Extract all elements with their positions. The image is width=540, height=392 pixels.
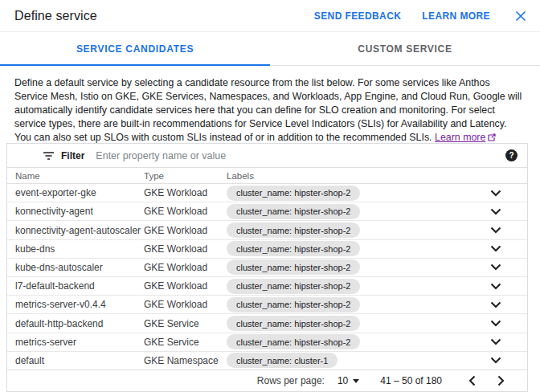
table-body: event-exporter-gke GKE Workload cluster_… — [7, 184, 527, 370]
cell-type: GKE Workload — [144, 299, 227, 310]
cell-name: konnectivity-agent-autoscaler — [15, 225, 144, 236]
external-link-icon — [488, 132, 496, 143]
label-chip: cluster_name: hipster-shop-2 — [227, 297, 360, 312]
cell-labels: cluster_name: hipster-shop-2 — [227, 316, 482, 331]
label-chip: cluster_name: hipster-shop-2 — [227, 223, 360, 238]
label-chip: cluster_name: hipster-shop-2 — [227, 241, 360, 256]
chevron-down-icon[interactable] — [482, 301, 527, 308]
cell-type: GKE Workload — [144, 206, 227, 217]
chevron-down-icon[interactable] — [482, 357, 527, 364]
cell-name: metrics-server-v0.4.4 — [15, 299, 144, 310]
page-title: Define service — [14, 9, 97, 23]
close-icon[interactable] — [514, 10, 527, 22]
filter-input[interactable] — [96, 150, 499, 161]
cell-labels: cluster_name: hipster-shop-2 — [227, 241, 482, 256]
cell-name: kube-dns-autoscaler — [15, 262, 144, 273]
table-row[interactable]: event-exporter-gke GKE Workload cluster_… — [7, 184, 527, 202]
table-row[interactable]: metrics-server-v0.4.4 GKE Workload clust… — [7, 295, 527, 313]
filter-bar: Filter ? — [7, 144, 527, 168]
cell-labels: cluster_name: hipster-shop-2 — [227, 259, 482, 275]
table-header-row: Name Type Labels — [7, 168, 527, 184]
table-row[interactable]: konnectivity-agent-autoscaler GKE Worklo… — [7, 220, 527, 239]
table-row[interactable]: l7-default-backend GKE Workload cluster_… — [7, 276, 527, 295]
chevron-down-icon[interactable] — [482, 283, 527, 290]
active-tab-underline — [0, 64, 270, 66]
label-chip: cluster_name: hipster-shop-2 — [227, 186, 360, 201]
cell-type: GKE Workload — [144, 187, 227, 198]
filter-label: Filter — [61, 150, 84, 161]
cell-name: event-exporter-gke — [15, 187, 144, 198]
cell-labels: cluster_name: hipster-shop-2 — [227, 186, 482, 201]
column-header-labels: Labels — [227, 171, 482, 181]
chevron-left-icon[interactable] — [463, 372, 481, 390]
table-row[interactable]: default GKE Namespace cluster_name: clus… — [7, 351, 527, 370]
dialog-header: Define service SEND FEEDBACK LEARN MORE — [0, 0, 540, 32]
caret-down-icon — [353, 379, 359, 383]
column-header-type: Type — [144, 171, 227, 181]
header-actions: SEND FEEDBACK LEARN MORE — [314, 10, 527, 22]
table-row[interactable]: default-http-backend GKE Service cluster… — [7, 313, 527, 332]
description-text: Define a default service by selecting a … — [0, 66, 540, 143]
filter-icon — [43, 151, 55, 161]
chevron-down-icon[interactable] — [482, 208, 527, 215]
rows-per-page-label: Rows per page: — [257, 375, 325, 386]
cell-labels: cluster_name: hipster-shop-2 — [227, 334, 482, 349]
cell-type: GKE Service — [144, 337, 227, 348]
define-service-dialog: Define service SEND FEEDBACK LEARN MORE … — [0, 0, 540, 392]
cell-labels: cluster_name: hipster-shop-2 — [227, 223, 482, 238]
label-chip: cluster_name: cluster-1 — [227, 353, 338, 368]
cell-labels: cluster_name: hipster-shop-2 — [227, 279, 482, 294]
chevron-down-icon[interactable] — [482, 263, 527, 271]
cell-type: GKE Service — [144, 318, 227, 329]
cell-name: default — [15, 355, 144, 366]
label-chip: cluster_name: hipster-shop-2 — [227, 316, 360, 331]
tab-bar: SERVICE CANDIDATES CUSTOM SERVICE — [0, 32, 540, 66]
chevron-down-icon[interactable] — [482, 245, 527, 252]
cell-labels: cluster_name: hipster-shop-2 — [227, 204, 482, 219]
chevron-down-icon[interactable] — [482, 190, 527, 197]
table-row[interactable]: metrics-server GKE Service cluster_name:… — [7, 333, 527, 351]
chevron-right-icon[interactable] — [492, 372, 509, 390]
page-range-label: 41 – 50 of 180 — [380, 375, 442, 386]
cell-type: GKE Workload — [144, 225, 227, 236]
cell-type: GKE Workload — [144, 262, 227, 273]
label-chip: cluster_name: hipster-shop-2 — [227, 259, 360, 275]
table-row[interactable]: kube-dns GKE Workload cluster_name: hips… — [7, 239, 527, 258]
cell-type: GKE Namespace — [144, 355, 227, 366]
cell-labels: cluster_name: cluster-1 — [227, 353, 482, 368]
table-row[interactable]: konnectivity-agent GKE Workload cluster_… — [7, 202, 527, 220]
chevron-down-icon[interactable] — [482, 338, 527, 345]
page-size-value: 10 — [338, 375, 348, 386]
tab-service-candidates[interactable]: SERVICE CANDIDATES — [0, 32, 270, 65]
send-feedback-button[interactable]: SEND FEEDBACK — [314, 10, 402, 22]
table-pagination: Rows per page: 10 41 – 50 of 180 — [7, 370, 527, 391]
learn-more-button[interactable]: LEARN MORE — [422, 10, 490, 22]
label-chip: cluster_name: hipster-shop-2 — [227, 204, 360, 219]
cell-type: GKE Workload — [144, 280, 227, 292]
page-size-dropdown[interactable]: 10 — [338, 375, 359, 386]
cell-name: l7-default-backend — [15, 280, 144, 292]
learn-more-link[interactable]: Learn more — [435, 132, 496, 143]
chevron-down-icon[interactable] — [482, 320, 527, 327]
cell-name: kube-dns — [15, 243, 144, 255]
cell-name: konnectivity-agent — [15, 206, 144, 217]
cell-name: metrics-server — [15, 337, 144, 348]
cell-name: default-http-backend — [15, 318, 144, 329]
cell-type: GKE Workload — [144, 243, 227, 255]
chevron-down-icon[interactable] — [482, 227, 527, 234]
column-header-name: Name — [15, 171, 144, 181]
help-icon[interactable]: ? — [505, 149, 518, 161]
table-row[interactable]: kube-dns-autoscaler GKE Workload cluster… — [7, 258, 527, 276]
tab-custom-service[interactable]: CUSTOM SERVICE — [270, 32, 540, 65]
candidates-table-card: Filter ? Name Type Labels event-exporter… — [6, 143, 528, 392]
label-chip: cluster_name: hipster-shop-2 — [227, 334, 360, 349]
cell-labels: cluster_name: hipster-shop-2 — [227, 297, 482, 312]
label-chip: cluster_name: hipster-shop-2 — [227, 279, 360, 294]
